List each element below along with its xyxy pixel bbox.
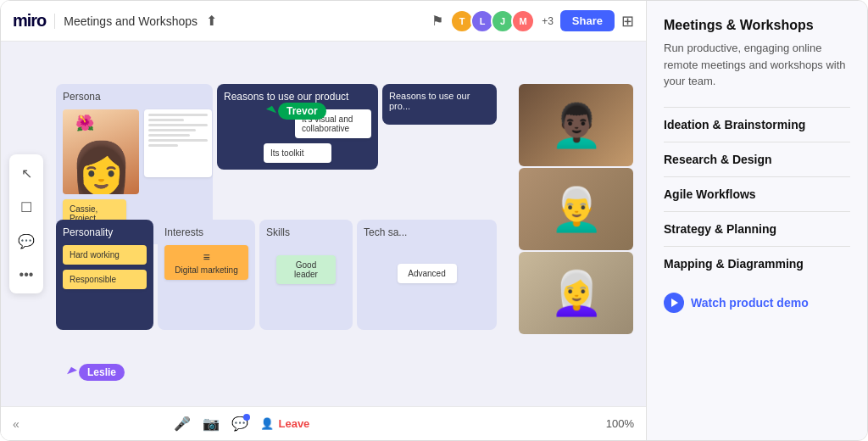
- sticky-tool[interactable]: ☐: [14, 195, 38, 219]
- more-tools[interactable]: •••: [14, 263, 38, 287]
- persona-label: Persona: [63, 91, 206, 103]
- person-icon: 👤: [260, 417, 274, 430]
- personality-sticky-2: Responsible: [63, 270, 147, 289]
- personality-board: Personality Hard working Responsible: [56, 220, 153, 330]
- header-right: ⚑ T L J M +3 Share ⊞: [431, 9, 634, 33]
- reasons-board-1: Reasons to use our product It's visual a…: [217, 84, 378, 170]
- upload-icon[interactable]: ⬆: [206, 13, 217, 29]
- share-button[interactable]: Share: [560, 10, 615, 31]
- leslie-label: Leslie: [79, 364, 125, 381]
- skills-label: Skills: [266, 226, 346, 238]
- skills-sticky-1: Good leader: [276, 255, 336, 284]
- panel-description: Run productive, engaging online remote m…: [664, 40, 850, 90]
- leslie-cursor-icon: [67, 367, 77, 378]
- panel-item-strategy[interactable]: Strategy & Planning: [664, 211, 850, 246]
- avatar-4: M: [511, 9, 535, 33]
- miro-logo: miro: [13, 11, 46, 31]
- notification-dot: [243, 414, 250, 421]
- reasons-label-1: Reasons to use our product: [224, 91, 371, 103]
- video-panel-1: 👨🏿‍🦱: [519, 84, 633, 166]
- video-panel-3: 👩‍🦳: [519, 252, 633, 334]
- interests-sticky-1: ≡ Digital marketing: [164, 245, 248, 280]
- bottom-center-tools: 🎤 📷 💬 👤 Leave: [174, 416, 309, 432]
- bottom-bar: « 🎤 📷 💬 👤 Leave 100%: [1, 406, 646, 440]
- leave-button[interactable]: 👤 Leave: [260, 417, 309, 430]
- header-divider: [54, 14, 55, 29]
- video-panels: 👨🏿‍🦱 👨‍🦳 👩‍🦳: [519, 84, 637, 334]
- techsav-label: Tech sa...: [364, 226, 490, 238]
- techsav-board: Tech sa... Advanced: [357, 220, 497, 330]
- cursor-leslie: Leslie: [69, 364, 125, 381]
- trevor-cursor-icon: [266, 106, 276, 117]
- personality-sticky-1: Hard working: [63, 245, 147, 265]
- share-screen-icon[interactable]: 💬: [231, 416, 248, 432]
- leave-label: Leave: [278, 417, 309, 430]
- panel-title: Meetings & Workshops: [664, 18, 850, 33]
- avatar-group: T L J M: [450, 9, 535, 33]
- watch-demo-label: Watch product demo: [691, 296, 809, 310]
- zoom-level: 100%: [606, 417, 634, 430]
- avatar-count: +3: [542, 15, 554, 27]
- panel-item-research[interactable]: Research & Design: [664, 142, 850, 176]
- reasons-board-2: Reasons to use our pro...: [382, 84, 497, 125]
- comment-tool[interactable]: 💬: [14, 229, 38, 253]
- panel-item-ideation[interactable]: Ideation & Brainstorming: [664, 107, 850, 142]
- reasons-sticky-2: Its toolkit: [264, 143, 331, 163]
- techsav-sticky-1: Advanced: [398, 264, 457, 283]
- board-title: Meetings and Workshops: [64, 14, 198, 28]
- mic-off-icon[interactable]: 🎤: [174, 416, 191, 432]
- left-toolbar: ↖ ☐ 💬 •••: [9, 154, 43, 293]
- cursor-trevor: Trevor: [268, 103, 326, 120]
- canvas-content: Persona 👩 🌺: [47, 59, 637, 398]
- main-area: miro Meetings and Workshops ⬆ ⚑ T L J M …: [1, 1, 647, 440]
- interests-board: Interests ≡ Digital marketing: [158, 220, 255, 330]
- panel-item-mapping[interactable]: Mapping & Diagramming: [664, 246, 850, 281]
- trevor-label: Trevor: [278, 103, 326, 120]
- canvas-area[interactable]: ↖ ☐ 💬 ••• Persona 👩 🌺: [1, 42, 646, 406]
- interests-label: Interests: [164, 226, 248, 238]
- grid-icon[interactable]: ⊞: [621, 12, 634, 31]
- video-panel-2: 👨‍🦳: [519, 168, 633, 250]
- play-icon: [671, 299, 678, 307]
- play-button[interactable]: [664, 293, 684, 313]
- camera-off-icon[interactable]: 📷: [203, 416, 220, 432]
- select-tool[interactable]: ↖: [14, 161, 38, 185]
- flag-icon[interactable]: ⚑: [431, 13, 443, 29]
- skills-board: Skills Good leader: [259, 220, 353, 330]
- watch-demo-link[interactable]: Watch product demo: [664, 293, 850, 313]
- nav-left-icon[interactable]: «: [13, 417, 19, 431]
- personality-label: Personality: [63, 226, 147, 238]
- nav-arrows[interactable]: «: [13, 417, 19, 431]
- header: miro Meetings and Workshops ⬆ ⚑ T L J M …: [1, 1, 646, 42]
- right-panel: Meetings & Workshops Run productive, eng…: [647, 1, 867, 440]
- panel-item-agile[interactable]: Agile Workflows: [664, 176, 850, 211]
- reasons-label-2: Reasons to use our pro...: [389, 91, 490, 111]
